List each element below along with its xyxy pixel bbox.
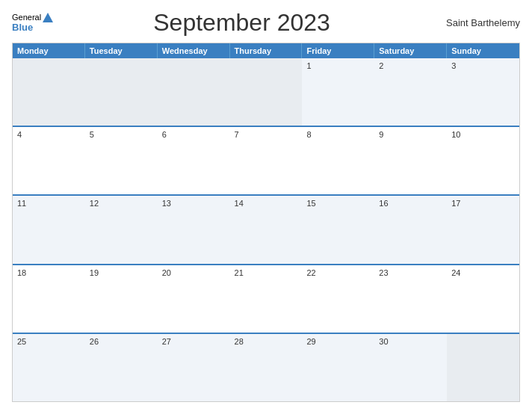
day-number: 24: [451, 268, 460, 277]
day-number: 22: [306, 268, 315, 277]
header-thursday: Thursday: [230, 43, 303, 58]
day-cell-w4-d7: 24: [447, 265, 519, 333]
day-number: 18: [17, 268, 26, 277]
day-cell-w4-d4: 21: [230, 265, 303, 333]
header-tuesday: Tuesday: [85, 43, 158, 58]
day-number: 20: [162, 268, 171, 277]
day-cell-w2-d4: 7: [230, 127, 303, 194]
header-saturday: Saturday: [374, 43, 447, 58]
day-number: 15: [306, 199, 315, 208]
logo-general-text: General: [12, 13, 41, 22]
day-cell-w4-d6: 23: [374, 265, 447, 333]
day-number: 17: [451, 199, 460, 208]
region-label: Saint Barthelemy: [430, 17, 520, 28]
day-cell-w3-d6: 16: [374, 196, 447, 263]
day-number: 11: [17, 199, 26, 208]
day-cell-w3-d4: 14: [230, 196, 303, 263]
day-number: 2: [379, 61, 383, 70]
day-cell-w1-d6: 2: [374, 58, 447, 126]
day-cell-w1-d7: 3: [447, 58, 519, 126]
day-number: 19: [90, 268, 99, 277]
day-number: 25: [17, 337, 26, 346]
calendar-grid: Monday Tuesday Wednesday Thursday Friday…: [12, 43, 520, 402]
day-cell-w2-d1: 4: [13, 127, 85, 194]
day-number: 16: [379, 199, 388, 208]
calendar-page: General Blue September 2023 Saint Barthe…: [0, 0, 532, 411]
day-number: 28: [235, 337, 244, 346]
page-header: General Blue September 2023 Saint Barthe…: [12, 9, 520, 37]
day-cell-w5-d6: 30: [374, 334, 447, 401]
day-number: 26: [90, 337, 99, 346]
day-cell-w3-d5: 15: [302, 196, 374, 263]
day-number: 23: [379, 268, 388, 277]
day-number: 1: [306, 61, 311, 70]
day-cell-w1-d1: [13, 58, 85, 126]
logo-line: General: [12, 13, 53, 22]
day-headers-row: Monday Tuesday Wednesday Thursday Friday…: [13, 43, 519, 58]
day-cell-w5-d4: 28: [230, 334, 303, 401]
day-number: 29: [306, 337, 315, 346]
day-cell-w5-d2: 26: [85, 334, 158, 401]
week-row-3: 11121314151617: [13, 194, 519, 263]
day-cell-w1-d5: 1: [302, 58, 374, 126]
week-row-2: 45678910: [13, 126, 519, 194]
day-number: 13: [162, 199, 171, 208]
day-cell-w4-d2: 19: [85, 265, 158, 333]
day-number: 14: [235, 199, 244, 208]
day-number: 9: [379, 130, 383, 139]
day-number: 12: [90, 199, 99, 208]
day-cell-w1-d4: [230, 58, 303, 126]
week-row-5: 252627282930: [13, 333, 519, 401]
day-cell-w5-d7: [447, 334, 519, 401]
header-friday: Friday: [302, 43, 374, 58]
day-cell-w3-d1: 11: [13, 196, 85, 263]
day-cell-w2-d6: 9: [374, 127, 447, 194]
day-cell-w5-d3: 27: [158, 334, 230, 401]
logo-triangle-icon: [43, 13, 53, 22]
day-number: 27: [162, 337, 171, 346]
day-number: 4: [17, 130, 22, 139]
day-number: 5: [90, 130, 94, 139]
calendar-weeks: 1234567891011121314151617181920212223242…: [13, 58, 519, 401]
calendar-title: September 2023: [53, 9, 430, 37]
day-cell-w3-d3: 13: [158, 196, 230, 263]
day-number: 6: [162, 130, 167, 139]
day-cell-w2-d7: 10: [447, 127, 519, 194]
header-wednesday: Wednesday: [158, 43, 230, 58]
week-row-4: 18192021222324: [13, 264, 519, 333]
day-cell-w5-d1: 25: [13, 334, 85, 401]
day-cell-w5-d5: 29: [302, 334, 374, 401]
header-sunday: Sunday: [447, 43, 519, 58]
day-cell-w2-d2: 5: [85, 127, 158, 194]
day-cell-w2-d5: 8: [302, 127, 374, 194]
day-number: 30: [379, 337, 388, 346]
day-cell-w4-d3: 20: [158, 265, 230, 333]
day-cell-w4-d1: 18: [13, 265, 85, 333]
day-number: 3: [451, 61, 456, 70]
day-number: 8: [306, 130, 311, 139]
day-cell-w1-d3: [158, 58, 230, 126]
day-cell-w3-d7: 17: [447, 196, 519, 263]
day-cell-w4-d5: 22: [302, 265, 374, 333]
logo: General Blue: [12, 13, 53, 33]
week-row-1: 123: [13, 58, 519, 126]
day-number: 10: [451, 130, 460, 139]
day-number: 21: [235, 268, 244, 277]
day-cell-w1-d2: [85, 58, 158, 126]
day-cell-w3-d2: 12: [85, 196, 158, 263]
logo-blue-text: Blue: [12, 22, 53, 33]
day-number: 7: [235, 130, 239, 139]
header-monday: Monday: [13, 43, 85, 58]
day-cell-w2-d3: 6: [158, 127, 230, 194]
